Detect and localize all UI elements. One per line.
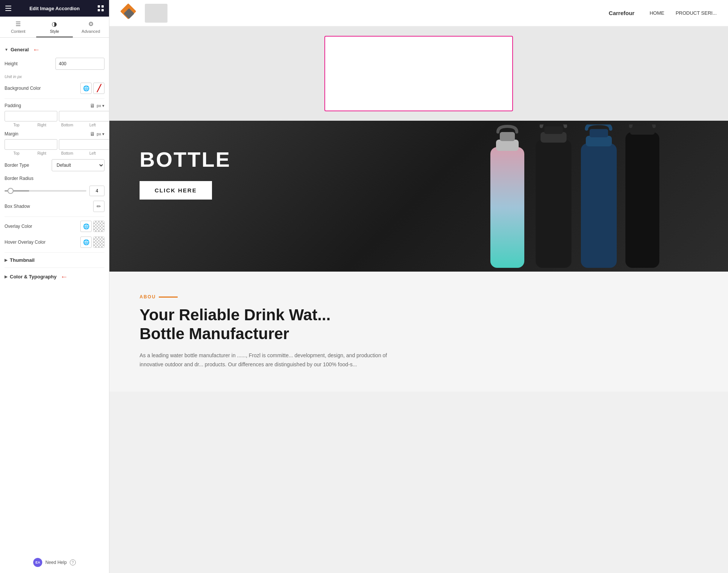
color-typography-red-arrow: ← bbox=[60, 272, 68, 281]
hover-overlay-color-label: Hover Overlay Color bbox=[5, 240, 46, 245]
about-title-line2: Bottle Manufacturer bbox=[140, 324, 404, 343]
hover-overlay-color-controls: 🌐 bbox=[80, 237, 104, 248]
svg-rect-8 bbox=[496, 140, 519, 151]
need-help-label[interactable]: Need Help bbox=[45, 560, 67, 565]
preview-nav: Carrefour HOME PRODUCT SERI... bbox=[109, 0, 728, 26]
padding-labels: Top Right Bottom Left bbox=[5, 123, 104, 127]
svg-rect-17 bbox=[630, 126, 655, 135]
panel-content: ▼ General ← Height Unit in px Background… bbox=[0, 38, 109, 552]
padding-right-input[interactable] bbox=[59, 111, 109, 121]
svg-rect-4 bbox=[101, 5, 104, 8]
padding-label: Padding bbox=[5, 103, 21, 108]
panel-tabs: ☰ Content ◑ Style ⚙ Advanced bbox=[0, 17, 109, 38]
tab-style[interactable]: ◑ Style bbox=[36, 17, 72, 37]
overlay-color-label: Overlay Color bbox=[5, 224, 32, 229]
border-type-select[interactable]: Default Solid Dashed Dotted Double None bbox=[52, 159, 104, 171]
border-radius-value[interactable] bbox=[89, 186, 104, 196]
padding-inputs: 🔗 bbox=[5, 111, 104, 121]
margin-inputs: 🔗 bbox=[5, 139, 104, 150]
background-color-row: Background Color 🌐 ╱ bbox=[5, 83, 104, 94]
padding-left-label: Left bbox=[81, 123, 104, 127]
need-help-area: EA Need Help ? bbox=[0, 552, 109, 573]
padding-right-label: Right bbox=[30, 123, 54, 127]
svg-rect-14 bbox=[586, 136, 612, 146]
menu-icon[interactable] bbox=[5, 5, 12, 12]
right-panel: Carrefour HOME PRODUCT SERI... bbox=[109, 0, 728, 573]
nav-logo bbox=[121, 4, 167, 23]
background-color-global-btn[interactable]: 🌐 bbox=[80, 83, 92, 94]
tab-style-label: Style bbox=[50, 29, 59, 34]
style-icon: ◑ bbox=[52, 20, 57, 28]
padding-top-input[interactable] bbox=[5, 111, 57, 121]
bottle-section: BOTTLE CLICK HERE bbox=[109, 121, 728, 272]
padding-unit[interactable]: px ▾ bbox=[97, 103, 104, 108]
nav-link-home[interactable]: HOME bbox=[650, 10, 664, 16]
bottle-bg: BOTTLE CLICK HERE bbox=[109, 121, 728, 272]
margin-left-label: Left bbox=[81, 151, 104, 155]
logo-area bbox=[121, 4, 140, 23]
about-orange-line bbox=[159, 296, 178, 298]
margin-right-label: Right bbox=[30, 151, 54, 155]
padding-header-row: Padding 🖥 px ▾ bbox=[5, 103, 104, 109]
margin-unit[interactable]: px ▾ bbox=[97, 132, 104, 137]
content-icon: ☰ bbox=[15, 20, 21, 28]
margin-top-input[interactable] bbox=[5, 139, 57, 150]
background-color-label: Background Color bbox=[5, 86, 41, 91]
padding-device-icon[interactable]: 🖥 bbox=[90, 103, 95, 109]
tab-advanced[interactable]: ⚙ Advanced bbox=[73, 17, 109, 37]
margin-right-input[interactable] bbox=[59, 139, 109, 150]
color-typography-section-header[interactable]: ▶ Color & Typography ← bbox=[5, 267, 104, 286]
thumbnail-label: Thumbnail bbox=[10, 257, 35, 263]
grid-icon[interactable] bbox=[97, 5, 104, 12]
svg-rect-12 bbox=[544, 126, 563, 134]
about-label: ABOU bbox=[140, 294, 698, 300]
padding-top-label: Top bbox=[5, 123, 28, 127]
ea-badge: EA bbox=[33, 558, 42, 567]
background-color-controls: 🌐 ╱ bbox=[80, 83, 104, 94]
thumbnail-expand-arrow: ▶ bbox=[5, 258, 8, 262]
overlay-color-global-btn[interactable]: 🌐 bbox=[80, 221, 92, 232]
panel-header: Edit Image Accordion bbox=[0, 0, 109, 17]
svg-rect-5 bbox=[98, 9, 100, 11]
thumbnail-section-header[interactable]: ▶ Thumbnail bbox=[5, 252, 104, 267]
svg-rect-16 bbox=[625, 132, 659, 268]
divider-2 bbox=[5, 217, 104, 217]
panel-title: Edit Image Accordion bbox=[29, 6, 80, 11]
border-radius-label: Border Radius bbox=[5, 176, 34, 181]
help-circle-icon: ? bbox=[70, 559, 76, 565]
background-color-none-btn[interactable]: ╱ bbox=[93, 83, 104, 94]
svg-rect-6 bbox=[101, 9, 104, 11]
border-radius-slider-row bbox=[5, 186, 104, 196]
general-label: General bbox=[11, 47, 29, 52]
tab-content[interactable]: ☰ Content bbox=[0, 17, 36, 37]
tab-advanced-label: Advanced bbox=[81, 29, 100, 34]
about-title: Your Reliable Drink Wat... Bottle Manufa… bbox=[140, 306, 404, 344]
nav-brand: Carrefour bbox=[609, 10, 634, 16]
general-expand-arrow: ▼ bbox=[5, 48, 8, 52]
margin-bottom-label: Bottom bbox=[55, 151, 79, 155]
hero-placeholder bbox=[324, 36, 513, 111]
overlay-color-picker-btn[interactable] bbox=[93, 221, 104, 232]
border-radius-slider[interactable] bbox=[5, 190, 86, 192]
click-here-button[interactable]: CLICK HERE bbox=[140, 181, 212, 200]
height-input[interactable] bbox=[55, 58, 104, 70]
padding-bottom-label: Bottom bbox=[55, 123, 79, 127]
about-text: As a leading water bottle manufacturer i… bbox=[140, 351, 404, 369]
logo-image-placeholder bbox=[145, 4, 167, 23]
general-section-header[interactable]: ▼ General ← bbox=[5, 42, 104, 58]
hover-overlay-color-global-btn[interactable]: 🌐 bbox=[80, 237, 92, 248]
box-shadow-edit-btn[interactable]: ✏ bbox=[93, 201, 104, 212]
hero-section bbox=[109, 26, 728, 121]
border-type-row: Border Type Default Solid Dashed Dotted … bbox=[5, 159, 104, 171]
margin-header-row: Margin 🖥 px ▾ bbox=[5, 131, 104, 137]
svg-rect-10 bbox=[536, 140, 571, 268]
color-typography-expand-arrow: ▶ bbox=[5, 275, 8, 279]
nav-link-products[interactable]: PRODUCT SERI... bbox=[676, 10, 717, 16]
advanced-icon: ⚙ bbox=[88, 20, 94, 28]
svg-rect-9 bbox=[500, 132, 515, 141]
margin-device-icon[interactable]: 🖥 bbox=[90, 131, 95, 137]
about-section: ABOU Your Reliable Drink Wat... Bottle M… bbox=[109, 272, 728, 392]
margin-top-label: Top bbox=[5, 151, 28, 155]
hover-overlay-color-picker-btn[interactable] bbox=[93, 237, 104, 248]
border-type-label: Border Type bbox=[5, 163, 29, 168]
